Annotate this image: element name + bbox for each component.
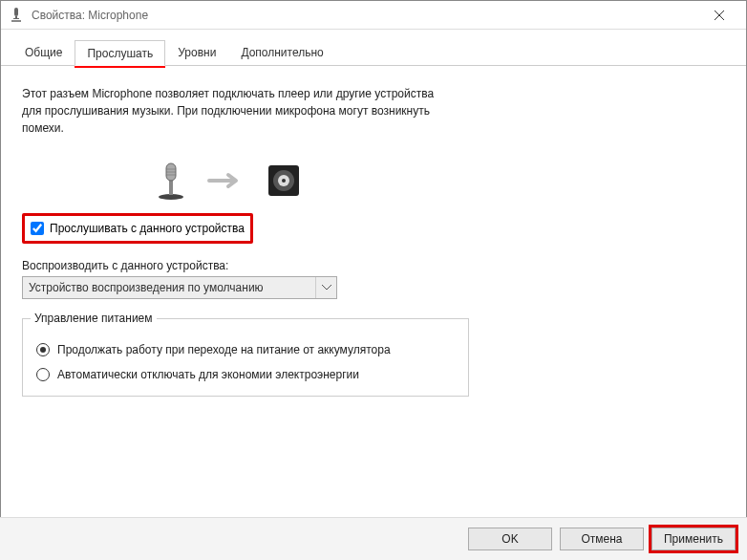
listen-checkbox[interactable] <box>31 222 44 235</box>
radio-label-auto-off: Автоматически отключать для экономии эле… <box>57 367 359 382</box>
tab-levels[interactable]: Уровни <box>165 39 228 65</box>
chevron-down-icon <box>315 277 336 298</box>
radio-auto-disable[interactable]: Автоматически отключать для экономии эле… <box>36 367 455 382</box>
microphone-device-icon <box>156 162 186 200</box>
listen-checkbox-label: Прослушивать с данного устройства <box>50 222 245 235</box>
playback-device-selected: Устройство воспроизведения по умолчанию <box>29 281 264 294</box>
titlebar: Свойства: Microphone <box>1 1 746 30</box>
close-button[interactable] <box>700 2 738 29</box>
radio-label-continue: Продолжать работу при переходе на питани… <box>57 342 391 357</box>
apply-button[interactable]: Применить <box>651 528 736 550</box>
tab-general[interactable]: Общие <box>12 39 75 65</box>
svg-rect-0 <box>14 8 18 16</box>
arrow-icon <box>207 171 245 190</box>
svg-rect-2 <box>15 16 17 19</box>
window-title: Свойства: Microphone <box>32 9 700 22</box>
ok-button[interactable]: OK <box>468 528 552 550</box>
power-management-legend: Управление питанием <box>31 312 157 325</box>
svg-rect-5 <box>169 179 173 195</box>
description-text: Этот разъем Microphone позволяет подключ… <box>22 85 442 137</box>
tab-advanced[interactable]: Дополнительно <box>228 39 335 65</box>
illustration-row <box>22 156 725 213</box>
radio-continue-on-battery[interactable]: Продолжать работу при переходе на питани… <box>36 342 455 357</box>
properties-window: Свойства: Microphone Общие Прослушать Ур… <box>0 0 747 560</box>
tab-content: Этот разъем Microphone позволяет подключ… <box>1 66 746 416</box>
svg-rect-3 <box>11 20 21 22</box>
power-management-group: Управление питанием Продолжать работу пр… <box>22 318 469 397</box>
microphone-icon <box>9 8 24 23</box>
playback-device-select[interactable]: Устройство воспроизведения по умолчанию <box>22 276 337 299</box>
radio-input-auto-off[interactable] <box>36 368 50 381</box>
cancel-button[interactable]: Отмена <box>560 528 644 550</box>
radio-input-continue[interactable] <box>36 343 50 356</box>
svg-point-13 <box>282 179 286 183</box>
tab-bar: Общие Прослушать Уровни Дополнительно <box>1 30 746 66</box>
tab-listen[interactable]: Прослушать <box>75 40 165 66</box>
playback-through-label: Воспроизводить с данного устройства: <box>22 259 725 272</box>
speaker-device-icon <box>267 163 301 198</box>
listen-checkbox-row[interactable]: Прослушивать с данного устройства <box>22 213 253 244</box>
dialog-buttons: OK Отмена Применить <box>0 517 747 560</box>
